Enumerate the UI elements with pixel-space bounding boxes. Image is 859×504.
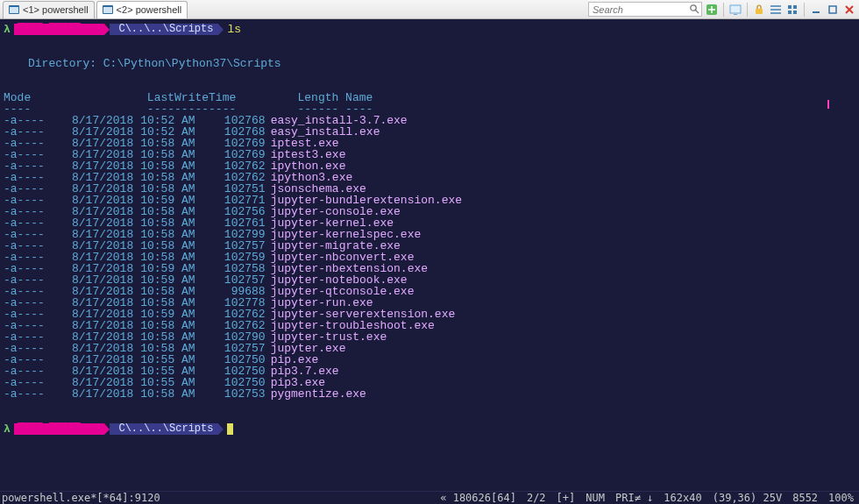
svg-rect-10 — [788, 5, 792, 9]
prompt-user-seg: ████@█████-PC — [14, 24, 105, 35]
split-marker-icon — [827, 100, 829, 109]
tab-label: <1> powershell — [23, 4, 89, 15]
minimize-button[interactable] — [809, 3, 823, 17]
svg-rect-12 — [788, 11, 792, 14]
svg-rect-9 — [756, 9, 763, 14]
svg-rect-3 — [103, 7, 112, 13]
cell-length: 102753 — [195, 388, 266, 400]
window-tab-bar: <1> powershell <2> powershell — [0, 0, 859, 19]
status-num: NUM — [586, 492, 605, 504]
cell-mode: -a---- — [4, 388, 72, 400]
search-icon — [689, 4, 699, 14]
new-tab-button[interactable] — [705, 3, 719, 17]
prompt-line-2: λ ████@█████-PC C\..\..\Scripts — [4, 422, 855, 435]
svg-point-4 — [691, 5, 696, 11]
search-wrap — [588, 2, 702, 17]
lambda-icon: λ — [4, 423, 11, 435]
svg-line-5 — [696, 11, 699, 14]
file-listing: -a----8/17/201810:52 AM 102768easy_insta… — [4, 115, 462, 400]
prompt-user-seg: ████@█████-PC — [14, 423, 105, 435]
table-row: -a----8/17/201810:58 AM 102753pygmentize… — [4, 388, 462, 400]
prompt-path-seg: C\..\..\Scripts — [110, 423, 218, 435]
separator — [723, 3, 724, 17]
lambda-icon: λ — [4, 24, 11, 35]
maximize-button[interactable] — [826, 3, 840, 17]
status-buffer: « 180626[64] — [440, 492, 516, 504]
terminal-viewport[interactable]: λ ████@█████-PC C\..\..\Scripts ls Direc… — [0, 19, 859, 491]
search-input[interactable] — [588, 2, 702, 17]
status-mem: 8552 — [792, 492, 818, 504]
prompt-path-seg: C\..\..\Scripts — [110, 24, 218, 35]
terminal-icon — [9, 4, 19, 15]
cell-date: 8/17/2018 — [72, 388, 133, 400]
status-flags: [+] — [557, 492, 576, 504]
status-pri: PRI≠ ↓ — [615, 492, 653, 504]
status-dims: 162x40 — [664, 492, 701, 504]
status-pos: 2/2 — [527, 492, 546, 504]
tab-1[interactable]: <1> powershell — [3, 1, 95, 18]
grid-button[interactable] — [785, 3, 799, 17]
lock-button[interactable] — [752, 3, 766, 17]
tab-2[interactable]: <2> powershell — [96, 1, 188, 18]
separator — [747, 3, 748, 17]
svg-rect-8 — [734, 14, 737, 15]
prompt-line-1: λ ████@█████-PC C\..\..\Scripts ls — [4, 23, 855, 35]
svg-rect-13 — [793, 11, 797, 14]
close-button[interactable] — [842, 3, 856, 17]
separator — [804, 3, 805, 17]
svg-rect-15 — [829, 6, 836, 13]
status-bar: powershell.exe*[*64]:9120 « 180626[64] 2… — [0, 491, 859, 504]
svg-rect-7 — [730, 5, 741, 13]
cell-name: pygmentize.exe — [266, 388, 462, 400]
svg-rect-1 — [10, 7, 18, 13]
screen-button[interactable] — [728, 3, 742, 17]
terminal-icon — [103, 4, 113, 15]
command-text: ls — [227, 24, 241, 35]
list-button[interactable] — [769, 3, 783, 17]
tab-label: <2> powershell — [117, 4, 182, 15]
status-process: powershell.exe*[*64]:9120 — [2, 492, 160, 504]
status-pct: 100% — [828, 492, 854, 504]
toolbar-actions — [588, 2, 856, 17]
svg-rect-11 — [793, 5, 797, 9]
status-cursor: (39,36) 25V — [713, 492, 782, 504]
directory-line: Directory: C:\Python\Python37\Scripts — [4, 58, 855, 69]
cell-time: 10:58 AM — [133, 388, 195, 400]
cursor-icon — [227, 423, 233, 435]
